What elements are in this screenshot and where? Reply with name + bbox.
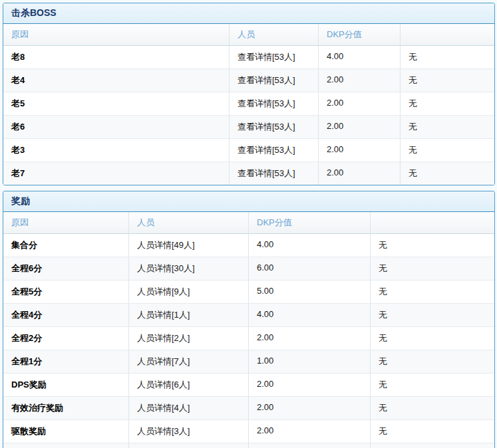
members-cell: 查看详情[53人] <box>229 116 318 138</box>
member-details-link[interactable]: 人员详情[6人] <box>137 380 190 390</box>
dkp-cell: 6.00 <box>248 257 370 280</box>
members-cell: 人员详情[7人] <box>128 350 248 373</box>
extra-cell: 无 <box>370 280 494 303</box>
members-cell: 关闭详情[6人] <box>128 443 248 448</box>
extra-cell: 无 <box>400 92 494 115</box>
column-header-members: 人员 <box>229 24 318 45</box>
view-details-link[interactable]: 查看详情[53人] <box>238 52 295 62</box>
reason-cell: 老4 <box>3 69 229 92</box>
dkp-cell: 2.00 <box>248 374 370 396</box>
dkp-cell: 4.00 <box>318 46 400 68</box>
reason-cell: 老5 <box>3 92 229 115</box>
dkp-cell: 2.00 <box>318 139 400 162</box>
dkp-cell: 2.00 <box>318 69 400 92</box>
member-details-link[interactable]: 人员详情[49人] <box>137 240 195 250</box>
member-details-link[interactable]: 人员详情[30人] <box>137 263 195 273</box>
member-details-link[interactable]: 人员详情[7人] <box>137 356 190 366</box>
table-row: 老8 查看详情[53人] 4.00 无 <box>3 46 494 68</box>
extra-cell: 无 <box>370 304 494 326</box>
table-row: 老6 查看详情[53人] 2.00 无 <box>3 115 494 138</box>
table-row: 全程6分 人员详情[30人] 6.00 无 <box>3 257 494 280</box>
view-details-link[interactable]: 查看详情[53人] <box>238 98 295 108</box>
dkp-cell: 5.00 <box>248 280 370 303</box>
view-details-link[interactable]: 查看详情[53人] <box>238 145 295 155</box>
rewards-panel: 奖励 原因 人员 DKP分值 集合分 人员详情[49人] 4.00 无 全程6分… <box>3 191 495 448</box>
view-details-link[interactable]: 查看详情[53人] <box>238 75 295 85</box>
members-cell: 查看详情[53人] <box>229 139 318 162</box>
members-cell: 人员详情[1人] <box>128 304 248 326</box>
members-cell: 人员详情[6人] <box>128 374 248 396</box>
member-details-link[interactable]: 人员详情[9人] <box>137 286 190 296</box>
table-header-row: 原因 人员 DKP分值 <box>3 212 494 234</box>
dkp-cell: 2.00 <box>248 327 370 350</box>
members-cell: 人员详情[2人] <box>128 327 248 350</box>
members-cell: 人员详情[3人] <box>128 420 248 443</box>
reason-cell: 老3 <box>3 139 229 162</box>
extra-cell: 无 <box>400 46 494 68</box>
table-row: 老4 查看详情[53人] 2.00 无 <box>3 68 494 92</box>
reason-cell: 全程4分 <box>3 304 128 326</box>
table-row: 全程5分 人员详情[9人] 5.00 无 <box>3 280 494 303</box>
table-row: 老5 查看详情[53人] 2.00 无 <box>3 92 494 115</box>
member-details-link[interactable]: 人员详情[3人] <box>137 426 190 436</box>
extra-cell: 无 <box>370 374 494 396</box>
table-row: 全程2分 人员详情[2人] 2.00 无 <box>3 326 494 350</box>
extra-cell: 无 <box>400 69 494 92</box>
extra-cell: 无 <box>400 139 494 162</box>
dkp-cell: 2.00 <box>318 116 400 138</box>
table-row: DPS奖励 人员详情[6人] 2.00 无 <box>3 373 494 396</box>
column-header-extra <box>400 24 494 45</box>
reason-cell: 有效治疗奖励 <box>3 397 128 419</box>
members-cell: 人员详情[30人] <box>128 257 248 280</box>
extra-cell: 无 <box>370 350 494 373</box>
reason-cell: 职业队长及管理员补贴 <box>3 443 128 448</box>
column-header-extra <box>370 212 494 233</box>
table-header-row: 原因 人员 DKP分值 <box>3 24 494 46</box>
panel-title: 击杀BOSS <box>3 3 494 24</box>
reason-cell: 老6 <box>3 116 229 138</box>
extra-cell: 无 <box>370 397 494 419</box>
view-details-link[interactable]: 查看详情[53人] <box>238 168 295 178</box>
dkp-cell: 1.00 <box>248 350 370 373</box>
members-cell: 查看详情[53人] <box>229 46 318 68</box>
table-row: 有效治疗奖励 人员详情[4人] 2.00 无 <box>3 396 494 419</box>
table-row: 职业队长及管理员补贴 关闭详情[6人] 2.00 无 <box>3 443 494 448</box>
table-body: 集合分 人员详情[49人] 4.00 无 全程6分 人员详情[30人] 6.00… <box>3 234 494 448</box>
column-header-members: 人员 <box>128 212 248 233</box>
table-row: 老3 查看详情[53人] 2.00 无 <box>3 138 494 162</box>
table-body: 老8 查看详情[53人] 4.00 无 老4 查看详情[53人] 2.00 无 … <box>3 46 494 185</box>
table-row: 老7 查看详情[53人] 2.00 无 <box>3 162 494 185</box>
dkp-cell: 2.00 <box>248 420 370 443</box>
members-cell: 查看详情[53人] <box>229 69 318 92</box>
table-row: 驱散奖励 人员详情[3人] 2.00 无 <box>3 419 494 443</box>
kill-boss-panel: 击杀BOSS 原因 人员 DKP分值 老8 查看详情[53人] 4.00 无 老… <box>3 3 495 185</box>
member-details-link[interactable]: 人员详情[2人] <box>137 333 190 343</box>
reason-cell: 集合分 <box>3 234 128 257</box>
extra-cell: 无 <box>370 327 494 350</box>
reason-cell: 老7 <box>3 162 229 185</box>
view-details-link[interactable]: 查看详情[53人] <box>238 122 295 132</box>
reason-cell: 全程6分 <box>3 257 128 280</box>
column-header-dkp: DKP分值 <box>248 212 370 233</box>
member-details-link[interactable]: 人员详情[1人] <box>137 310 190 320</box>
dkp-cell: 2.00 <box>318 92 400 115</box>
table-row: 集合分 人员详情[49人] 4.00 无 <box>3 234 494 257</box>
extra-cell: 无 <box>370 443 494 448</box>
reason-cell: 全程2分 <box>3 327 128 350</box>
members-cell: 人员详情[9人] <box>128 280 248 303</box>
members-cell: 人员详情[49人] <box>128 234 248 257</box>
members-cell: 人员详情[4人] <box>128 397 248 419</box>
reason-cell: 全程5分 <box>3 280 128 303</box>
extra-cell: 无 <box>370 234 494 257</box>
reason-cell: DPS奖励 <box>3 374 128 396</box>
column-header-reason: 原因 <box>3 212 128 233</box>
extra-cell: 无 <box>400 116 494 138</box>
dkp-cell: 4.00 <box>248 304 370 326</box>
table-row: 全程1分 人员详情[7人] 1.00 无 <box>3 350 494 373</box>
members-cell: 查看详情[53人] <box>229 162 318 185</box>
extra-cell: 无 <box>370 420 494 443</box>
column-header-reason: 原因 <box>3 24 229 45</box>
panel-title: 奖励 <box>3 191 494 212</box>
reason-cell: 老8 <box>3 46 229 68</box>
member-details-link[interactable]: 人员详情[4人] <box>137 403 190 413</box>
